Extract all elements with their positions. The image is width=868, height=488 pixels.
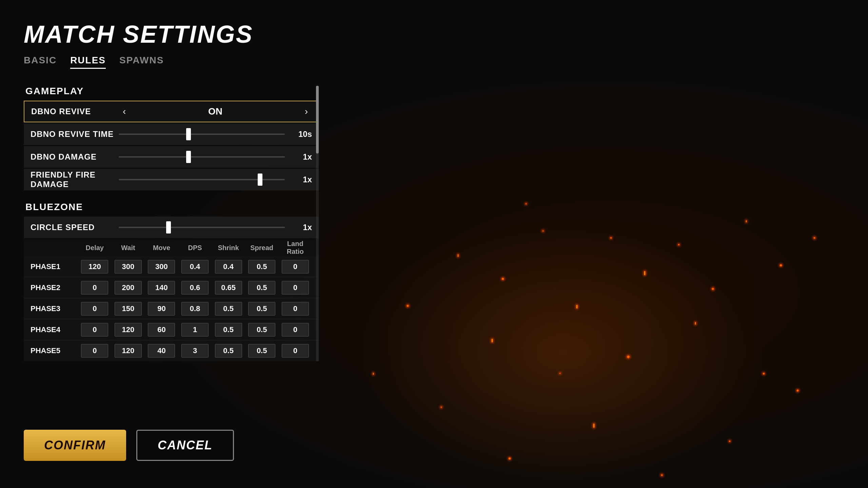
- phase-input-spread-1[interactable]: [248, 260, 275, 273]
- phase-name-4: PHASE4: [31, 325, 78, 334]
- phase-input-shrink-5[interactable]: [215, 344, 242, 358]
- phase-cell-landRatio-2[interactable]: [278, 281, 312, 294]
- phase-input-delay-5[interactable]: [81, 344, 108, 358]
- phase-cell-wait-1[interactable]: [112, 260, 145, 273]
- dbno-revive-toggle[interactable]: ‹ ON ›: [119, 106, 311, 117]
- phase-input-landRatio-4[interactable]: [282, 323, 309, 337]
- circle-speed-row: Circle Speed 1x: [24, 217, 319, 238]
- phase-cell-landRatio-5[interactable]: [278, 344, 312, 358]
- phase-cell-dps-3[interactable]: [178, 302, 212, 316]
- phase-cell-delay-4[interactable]: [78, 323, 112, 337]
- phase-header-delay: Delay: [78, 244, 112, 252]
- phase-input-move-1[interactable]: [148, 260, 175, 273]
- phase-cell-move-5[interactable]: [145, 344, 178, 358]
- phase-cell-move-1[interactable]: [145, 260, 178, 273]
- phase-name-3: PHASE3: [31, 304, 78, 313]
- phase-input-shrink-2[interactable]: [215, 281, 242, 294]
- phase-cell-wait-3[interactable]: [112, 302, 145, 316]
- phase-input-shrink-3[interactable]: [215, 302, 242, 316]
- toggle-right-arrow[interactable]: ›: [301, 106, 311, 117]
- phase-cell-wait-5[interactable]: [112, 344, 145, 358]
- phase-input-delay-1[interactable]: [81, 260, 108, 273]
- scroll-thumb[interactable]: [316, 86, 319, 154]
- phase-input-move-2[interactable]: [148, 281, 175, 294]
- phase-cell-landRatio-1[interactable]: [278, 260, 312, 273]
- phase-name-2: PHASE2: [31, 283, 78, 292]
- phase-cell-spread-2[interactable]: [245, 281, 279, 294]
- phase-input-delay-4[interactable]: [81, 323, 108, 337]
- phase-cell-spread-4[interactable]: [245, 323, 279, 337]
- tab-basic[interactable]: BASIC: [24, 55, 57, 69]
- phase-input-move-3[interactable]: [148, 302, 175, 316]
- phase-cell-move-3[interactable]: [145, 302, 178, 316]
- phase-input-move-4[interactable]: [148, 323, 175, 337]
- tab-spawns[interactable]: SPAWNS: [119, 55, 164, 69]
- phase-cell-landRatio-3[interactable]: [278, 302, 312, 316]
- confirm-button[interactable]: CONFIRM: [24, 430, 126, 461]
- circle-speed-slider[interactable]: 1x: [119, 223, 312, 232]
- phase-input-dps-2[interactable]: [181, 281, 209, 294]
- phase-cell-delay-2[interactable]: [78, 281, 112, 294]
- phase-input-wait-2[interactable]: [115, 281, 142, 294]
- phase-input-spread-3[interactable]: [248, 302, 275, 316]
- phase-input-delay-2[interactable]: [81, 281, 108, 294]
- phase-input-spread-4[interactable]: [248, 323, 275, 337]
- phase-header-spread: Spread: [245, 244, 279, 252]
- phase-input-landRatio-3[interactable]: [282, 302, 309, 316]
- main-content: MATCH SETTINGS BASIC RULES SPAWNS GAMEPL…: [0, 0, 868, 361]
- phase-cell-delay-3[interactable]: [78, 302, 112, 316]
- phase-input-landRatio-2[interactable]: [282, 281, 309, 294]
- scroll-indicator[interactable]: [316, 86, 319, 361]
- phase-input-shrink-4[interactable]: [215, 323, 242, 337]
- phase-cell-shrink-4[interactable]: [212, 323, 245, 337]
- phase-cell-move-4[interactable]: [145, 323, 178, 337]
- phase-cell-dps-5[interactable]: [178, 344, 212, 358]
- phase-cell-wait-4[interactable]: [112, 323, 145, 337]
- phase-input-wait-5[interactable]: [115, 344, 142, 358]
- phase-cell-delay-5[interactable]: [78, 344, 112, 358]
- phase-cell-dps-1[interactable]: [178, 260, 212, 273]
- tab-rules[interactable]: RULES: [70, 55, 106, 69]
- circle-speed-thumb[interactable]: [166, 221, 171, 233]
- phase-input-delay-3[interactable]: [81, 302, 108, 316]
- phase-input-dps-5[interactable]: [181, 344, 209, 358]
- phase-cell-shrink-3[interactable]: [212, 302, 245, 316]
- phase-input-dps-4[interactable]: [181, 323, 209, 337]
- phase-cell-shrink-2[interactable]: [212, 281, 245, 294]
- dbno-damage-thumb[interactable]: [186, 151, 191, 163]
- phase-input-spread-2[interactable]: [248, 281, 275, 294]
- phase-cell-spread-3[interactable]: [245, 302, 279, 316]
- phase-header-dps: DPS: [178, 244, 212, 252]
- phase-input-wait-3[interactable]: [115, 302, 142, 316]
- cancel-button[interactable]: CANCEL: [136, 430, 234, 461]
- settings-panel: GAMEPLAY DBNO REVIVE ‹ ON › DBNO REVIVE …: [24, 86, 319, 361]
- phase-input-wait-1[interactable]: [115, 260, 142, 273]
- phase-cell-delay-1[interactable]: [78, 260, 112, 273]
- phase-cell-shrink-1[interactable]: [212, 260, 245, 273]
- dbno-revive-time-slider[interactable]: 10s: [119, 129, 312, 139]
- phase-cell-shrink-5[interactable]: [212, 344, 245, 358]
- phase-cell-landRatio-4[interactable]: [278, 323, 312, 337]
- phase-cell-wait-2[interactable]: [112, 281, 145, 294]
- phase-cell-dps-2[interactable]: [178, 281, 212, 294]
- friendly-fire-damage-thumb[interactable]: [258, 174, 262, 186]
- phase-input-shrink-1[interactable]: [215, 260, 242, 273]
- phase-input-landRatio-5[interactable]: [282, 344, 309, 358]
- phase-cell-move-2[interactable]: [145, 281, 178, 294]
- phase-input-dps-3[interactable]: [181, 302, 209, 316]
- phase-input-move-5[interactable]: [148, 344, 175, 358]
- bluezone-section-header: BLUEZONE: [24, 202, 319, 212]
- phase-input-dps-1[interactable]: [181, 260, 209, 273]
- circle-speed-track: [119, 227, 285, 228]
- friendly-fire-damage-slider[interactable]: 1x: [119, 175, 312, 184]
- phase-input-spread-5[interactable]: [248, 344, 275, 358]
- phase-input-landRatio-1[interactable]: [282, 260, 309, 273]
- phase-input-wait-4[interactable]: [115, 323, 142, 337]
- phase-cell-dps-4[interactable]: [178, 323, 212, 337]
- dbno-damage-slider[interactable]: 1x: [119, 152, 312, 162]
- dbno-revive-time-thumb[interactable]: [186, 128, 191, 140]
- toggle-left-arrow[interactable]: ‹: [119, 106, 129, 117]
- phase-cell-spread-5[interactable]: [245, 344, 279, 358]
- page-title: MATCH SETTINGS: [24, 20, 868, 48]
- phase-cell-spread-1[interactable]: [245, 260, 279, 273]
